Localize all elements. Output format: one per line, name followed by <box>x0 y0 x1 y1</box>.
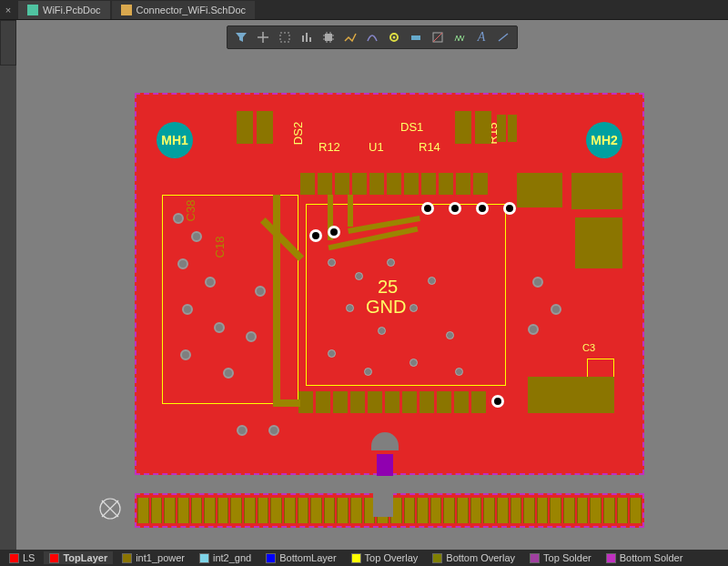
swatch <box>530 553 540 563</box>
mounting-hole-1: MH1 <box>157 122 193 158</box>
layer-ls[interactable]: LS <box>4 551 40 564</box>
svg-rect-0 <box>280 33 289 42</box>
via <box>528 324 539 335</box>
dimension-icon[interactable] <box>406 27 426 47</box>
layer-tabs: LS TopLayer int1_power int2_gnd BottomLa… <box>0 550 728 566</box>
silk-c18: C18 <box>213 237 227 258</box>
via <box>268 425 279 436</box>
silk-r12: R12 <box>318 140 340 154</box>
via-highlight <box>491 395 504 408</box>
pad <box>508 115 517 142</box>
via-icon[interactable] <box>384 27 404 47</box>
tab-pcb[interactable]: WiFi.PcbDoc <box>18 1 110 19</box>
swatch <box>199 553 209 563</box>
pad <box>497 115 506 142</box>
layer-botsolder[interactable]: Bottom Solder <box>601 551 689 564</box>
via-highlight <box>476 202 489 215</box>
via <box>180 349 191 360</box>
silk-r14: R14 <box>419 140 440 154</box>
silk-ds1: DS1 <box>400 120 423 134</box>
gradient-icon[interactable] <box>428 27 448 47</box>
via <box>205 277 216 288</box>
line-icon[interactable] <box>493 27 513 47</box>
pad <box>528 377 614 413</box>
board-view: MH1 MH2 R13 DS2 R12 U1 DS1 R14 R15 C38 C… <box>135 93 644 511</box>
pad <box>475 111 491 144</box>
via <box>446 331 454 339</box>
side-panel-handle[interactable] <box>0 20 16 66</box>
via <box>378 327 386 335</box>
via <box>173 213 184 224</box>
pcb-canvas[interactable]: A MH1 MH2 R13 DS2 R12 U1 DS1 R14 R15 C38… <box>16 20 728 550</box>
silk-u1: U1 <box>369 140 384 154</box>
via <box>328 349 336 358</box>
via <box>364 368 372 376</box>
via <box>355 272 363 280</box>
via <box>223 368 234 379</box>
via <box>387 258 395 267</box>
select-icon[interactable] <box>275 27 295 47</box>
via <box>346 304 354 312</box>
swatch <box>49 553 59 563</box>
origin-marker <box>98 497 122 521</box>
via-highlight <box>449 202 461 215</box>
pad <box>575 217 622 268</box>
u1-top-pads <box>300 173 488 195</box>
tune-icon[interactable] <box>450 27 470 47</box>
component-icon[interactable] <box>318 27 339 47</box>
route-icon[interactable] <box>340 27 360 47</box>
swatch <box>606 553 616 563</box>
layer-topoverlay[interactable]: Top Overlay <box>346 551 424 564</box>
via <box>532 277 543 288</box>
board-outline: MH1 MH2 R13 DS2 R12 U1 DS1 R14 R15 C38 C… <box>135 93 644 475</box>
swatch <box>432 553 442 563</box>
svg-rect-1 <box>325 34 332 41</box>
via <box>428 277 436 285</box>
via <box>246 331 257 342</box>
text-icon[interactable]: A <box>471 27 491 47</box>
svg-rect-4 <box>411 35 420 40</box>
layer-botoverlay[interactable]: Bottom Overlay <box>427 551 521 564</box>
trace <box>273 195 280 404</box>
pad <box>257 111 273 144</box>
filter-icon[interactable] <box>231 27 251 47</box>
arc-icon[interactable] <box>362 27 382 47</box>
pad <box>455 111 471 144</box>
layer-bottom[interactable]: BottomLayer <box>260 551 341 564</box>
swatch <box>9 553 19 563</box>
sch-icon <box>121 5 132 15</box>
via-highlight <box>421 202 434 215</box>
via-highlight <box>328 226 340 238</box>
document-tabs: × WiFi.PcbDoc Connector_WiFi.SchDoc <box>0 0 728 20</box>
silk-c3: C3 <box>582 342 595 353</box>
place-icon[interactable] <box>253 27 273 47</box>
pad <box>571 173 622 209</box>
tab-label: Connector_WiFi.SchDoc <box>136 5 246 15</box>
pad <box>517 173 562 207</box>
connector-key <box>373 476 393 517</box>
tab-sch[interactable]: Connector_WiFi.SchDoc <box>112 1 255 19</box>
swatch <box>122 553 132 563</box>
silk-ds2: DS2 <box>291 122 305 145</box>
layer-int1[interactable]: int1_power <box>116 551 190 564</box>
layer-int2[interactable]: int2_gnd <box>194 551 257 564</box>
via <box>182 304 193 315</box>
layer-toplayer[interactable]: TopLayer <box>44 551 113 564</box>
tab-label: WiFi.PcbDoc <box>43 5 101 15</box>
close-icon[interactable]: × <box>0 5 16 15</box>
pcb-icon <box>27 5 38 15</box>
swatch <box>266 553 276 563</box>
active-bar: A <box>227 25 518 49</box>
layer-topsolder[interactable]: Top Solder <box>524 551 597 564</box>
align-icon[interactable] <box>297 27 317 47</box>
via-highlight <box>309 229 322 242</box>
pad <box>237 111 253 144</box>
via <box>255 286 266 297</box>
via <box>455 368 463 376</box>
silk-c38: C38 <box>184 200 197 222</box>
via <box>328 258 336 267</box>
via <box>410 359 418 367</box>
via <box>177 258 188 269</box>
swatch <box>351 553 361 563</box>
net-label-gnd: GND <box>366 297 406 318</box>
